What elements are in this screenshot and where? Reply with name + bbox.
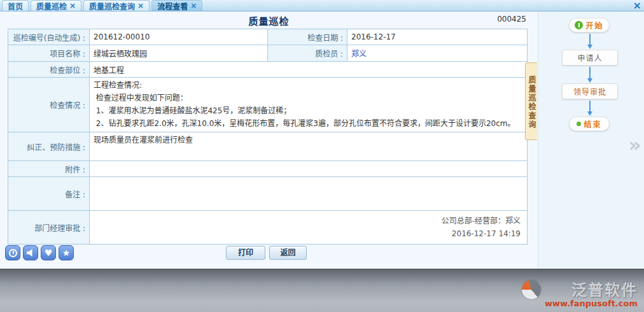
check-situation-line: 2、钻孔要求孔距2.0米，孔深10.0米，呈梅花形布置，每孔灌浆3遍，部分孔位布… [94, 117, 527, 130]
attachment-value [90, 161, 528, 177]
tab-label: 流程查看 [157, 1, 188, 11]
flow-node-label: 申请人 [577, 52, 602, 63]
app-window: 首页 质量巡检 × 质量巡检查询 × 流程查看 × × 质量巡检 000425 … [0, 0, 644, 312]
remark-value [90, 177, 528, 211]
tab-close-icon[interactable]: × [190, 2, 197, 10]
speaker-icon[interactable] [23, 245, 38, 260]
table-row: 检查情况 : 工程检查情况: 检查过程中发现如下问题： 1、灌浆用水泥为普通硅酸… [8, 78, 528, 132]
end-icon [577, 122, 581, 126]
flow-node-label: 开始 [585, 20, 603, 31]
check-date-label: 检查日期 : [268, 29, 347, 45]
workflow-start-node[interactable]: 开始 [569, 18, 610, 32]
tab-quality-inspection[interactable]: 质量巡检 × [31, 0, 81, 11]
check-situation-label: 检查情况 : [8, 78, 90, 132]
star-icon[interactable]: ★ [59, 245, 74, 260]
speaker-glyph [27, 249, 35, 257]
table-row: 检查部位 : 地基工程 [8, 62, 528, 78]
check-date-value: 2016-12-17 [347, 29, 528, 45]
tab-label: 首页 [8, 1, 23, 11]
inspection-no-label: 巡检编号(自动生成) : [8, 29, 90, 45]
check-situation-line: 工程检查情况: [94, 79, 527, 92]
window-close-icon[interactable]: × [633, 1, 641, 11]
doc-number: 000425 [497, 15, 526, 24]
brand-text: 泛普软件 www.fanpusoft.com [545, 282, 638, 308]
tab-close-icon[interactable]: × [137, 2, 144, 10]
fanpu-logo-icon [522, 280, 541, 299]
table-row: 附件 : [8, 161, 528, 177]
tab-quality-inspection-query[interactable]: 质量巡检查询 × [83, 0, 150, 11]
page-title: 质量巡检 [0, 14, 538, 27]
project-name-label: 项目名称 : [8, 45, 90, 62]
table-row: 纠正、预防措施 : 现场质量员在灌浆前进行检查 [8, 132, 528, 161]
tab-close-icon[interactable]: × [69, 2, 76, 10]
tab-process-view[interactable]: 流程查看 × [151, 0, 202, 11]
check-situation-value: 工程检查情况: 检查过程中发现如下问题： 1、灌浆用水泥为普通硅酸盐水泥425号… [90, 78, 528, 132]
table-row: 备注 : [8, 177, 528, 211]
flow-node-label: 结束 [584, 118, 601, 129]
table-row: 巡检编号(自动生成) : 201612-00010 检查日期 : 2016-12… [8, 29, 528, 45]
tab-label: 质量巡检查询 [89, 1, 135, 11]
tab-home[interactable]: 首页 [2, 0, 29, 11]
workflow-panel: 开始 申请人 领导审批 结束 [538, 11, 644, 269]
flow-arrow-icon [589, 34, 591, 48]
check-situation-line: 检查过程中发现如下问题： [94, 92, 527, 104]
clock-glyph [9, 249, 17, 257]
tab-bar: 首页 质量巡检 × 质量巡检查询 × 流程查看 × × [0, 0, 644, 11]
back-button[interactable]: 返回 [269, 246, 307, 260]
inspector-label: 质检员 : [268, 45, 347, 62]
toolbar-icons: ♥ ★ [5, 245, 74, 260]
flow-arrow-icon [589, 101, 591, 115]
approval-time: 2016-12-17 14:19 [90, 227, 521, 240]
brand-name: 泛普软件 [545, 282, 638, 299]
print-button[interactable]: 打印 [226, 246, 265, 260]
inspection-no-value: 201612-00010 [90, 29, 268, 45]
brand-url: www.fanpusoft.com [545, 299, 638, 308]
table-row: 项目名称 : 绿城云栖玫瑰园 质检员 : 郑义 [8, 45, 528, 62]
dept-manager-approval-value: 公司总部-经营部：郑义 2016-12-17 14:19 [90, 211, 528, 245]
remark-label: 备注 : [8, 177, 90, 211]
approval-approver: 公司总部-经营部：郑义 [90, 215, 521, 227]
footer-bar: 泛普软件 www.fanpusoft.com [0, 269, 644, 312]
table-row: 部门经理审批 : 公司总部-经营部：郑义 2016-12-17 14:19 [8, 211, 528, 245]
dept-manager-approval-label: 部门经理审批 : [8, 211, 90, 245]
check-part-value: 地基工程 [90, 62, 528, 78]
attachment-label: 附件 : [8, 161, 90, 177]
heart-icon[interactable]: ♥ [41, 245, 56, 260]
brand-logo: 泛普软件 www.fanpusoft.com [522, 280, 638, 308]
side-tab-quality-inspection-query[interactable]: 质量巡检查询 [525, 62, 537, 140]
flow-node-label: 领导审批 [573, 86, 606, 97]
workflow-applicant-node[interactable]: 申请人 [562, 50, 618, 66]
expand-chevron-icon[interactable]: » [629, 134, 641, 156]
workflow-leader-approval-node[interactable]: 领导审批 [562, 83, 618, 99]
check-situation-line: 1、灌浆用水泥为普通硅酸盐水泥425号，泥浆制备过稀； [94, 104, 527, 117]
inspection-form-table: 巡检编号(自动生成) : 201612-00010 检查日期 : 2016-12… [8, 29, 528, 245]
start-icon [575, 21, 583, 29]
tab-label: 质量巡检 [36, 1, 67, 11]
check-part-label: 检查部位 : [8, 62, 90, 78]
inspector-value[interactable]: 郑义 [347, 45, 528, 62]
form-panel: 质量巡检 000425 巡检编号(自动生成) : 201612-00010 检查… [0, 11, 538, 269]
corrective-measures-label: 纠正、预防措施 : [8, 132, 90, 161]
corrective-measures-value: 现场质量员在灌浆前进行检查 [90, 132, 528, 161]
workflow-end-node[interactable]: 结束 [569, 117, 610, 131]
flow-arrow-icon [589, 67, 591, 82]
content-area: 质量巡检 000425 巡检编号(自动生成) : 201612-00010 检查… [0, 11, 644, 269]
clock-icon[interactable] [5, 245, 20, 260]
project-name-value: 绿城云栖玫瑰园 [90, 45, 268, 62]
